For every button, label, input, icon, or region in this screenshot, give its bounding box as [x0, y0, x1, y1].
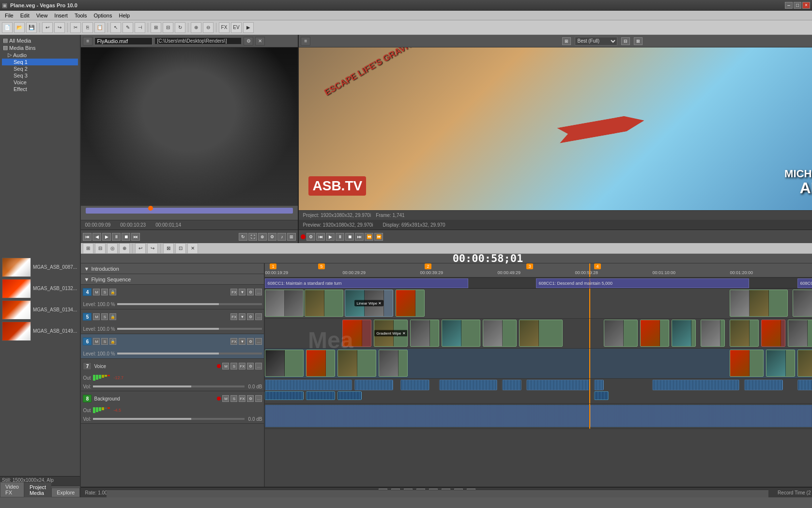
- clip-5-5[interactable]: [483, 320, 517, 347]
- clip-5-7[interactable]: [604, 320, 638, 347]
- tb2-btn1[interactable]: ⊞: [83, 243, 93, 254]
- preview-filename-input[interactable]: [94, 37, 153, 45]
- zoom-out-button[interactable]: ⊖: [203, 22, 214, 33]
- track-5-slider[interactable]: [117, 328, 262, 330]
- select-tool[interactable]: ↖: [110, 22, 121, 33]
- track-8-fx[interactable]: FX: [239, 395, 245, 402]
- track-8-settings[interactable]: ⚙: [247, 395, 254, 402]
- tab-explore[interactable]: Explore: [51, 488, 80, 497]
- tb2-btn7[interactable]: ⊠: [163, 243, 174, 254]
- media-item-1[interactable]: MGAS_ASB_0087...: [2, 258, 78, 277]
- tree-voice[interactable]: Voice: [2, 79, 78, 86]
- track-6-settings[interactable]: ⚙: [247, 338, 254, 345]
- clip-6-5[interactable]: [730, 350, 764, 377]
- audio-7-row2-4[interactable]: [594, 391, 609, 400]
- preview-left-crop[interactable]: ⊞: [287, 233, 296, 241]
- track-8-vol-slider[interactable]: [93, 418, 244, 420]
- tree-all-media[interactable]: ▤ All Media: [2, 37, 78, 44]
- track-4-fx[interactable]: FX: [230, 289, 237, 295]
- clip-5-13[interactable]: [788, 320, 812, 347]
- tree-seq2[interactable]: Seq 2: [2, 65, 78, 72]
- track-5-settings[interactable]: ⚙: [247, 313, 254, 320]
- track-6-slider[interactable]: [117, 353, 262, 354]
- track-4-lock[interactable]: 🔒: [109, 289, 116, 295]
- menu-view[interactable]: View: [33, 12, 51, 19]
- track-7-solo[interactable]: S: [230, 363, 237, 369]
- preview-left-loop[interactable]: ↻: [239, 233, 247, 241]
- group-flying-sequence[interactable]: ▼ Flying Sequence: [81, 274, 264, 285]
- clip-4-1[interactable]: [265, 290, 304, 317]
- minimize-button[interactable]: –: [785, 2, 793, 9]
- audio-7-7[interactable]: [594, 380, 604, 390]
- quality-select[interactable]: Best (Full) Good (Half) Draft (Quarter): [575, 37, 617, 46]
- preview-right-stop[interactable]: ⏹: [345, 233, 354, 241]
- track-6-expand[interactable]: ▼: [239, 338, 245, 345]
- audio-7-row2-1[interactable]: [265, 391, 304, 400]
- preview-right-go-start[interactable]: ⏮: [316, 233, 325, 241]
- preview-left-settings-icon[interactable]: ⚙: [244, 37, 253, 46]
- clip-4-6[interactable]: [793, 290, 812, 317]
- track-6-mute[interactable]: M: [93, 338, 100, 345]
- clip-4-3[interactable]: Linear Wipe ✕: [345, 290, 393, 317]
- loop-button[interactable]: ↻: [175, 22, 185, 33]
- tb2-btn3[interactable]: ◎: [107, 243, 118, 254]
- track-4-expand[interactable]: ▼: [239, 289, 245, 295]
- clip-6-2[interactable]: [306, 350, 335, 377]
- tree-effect[interactable]: Effect: [2, 86, 78, 92]
- track-8-mute[interactable]: M: [222, 395, 229, 402]
- fx-button[interactable]: FX: [219, 22, 230, 33]
- track-8-more[interactable]: …: [255, 395, 262, 402]
- tb2-btn6[interactable]: ↪: [147, 243, 158, 254]
- cut-button[interactable]: ✂: [70, 22, 81, 33]
- tree-audio[interactable]: ▷ Audio: [2, 51, 78, 59]
- audio-7-3[interactable]: [400, 380, 429, 390]
- open-button[interactable]: 📂: [14, 22, 25, 33]
- preview-left-settings[interactable]: ⚙: [268, 233, 276, 241]
- track-4-solo[interactable]: S: [101, 289, 108, 295]
- menu-help[interactable]: Help: [116, 12, 133, 19]
- preview-path-input[interactable]: [154, 37, 242, 45]
- track-4-more[interactable]: …: [255, 289, 262, 295]
- tab-project-media[interactable]: Project Media: [24, 482, 51, 497]
- media-item-4[interactable]: MGAS_ASB_0149...: [2, 322, 78, 341]
- snap-button[interactable]: ⊞: [151, 22, 161, 33]
- tb2-btn8[interactable]: ⊡: [175, 243, 186, 254]
- clip-4-5[interactable]: [730, 290, 788, 317]
- menu-file[interactable]: File: [2, 12, 16, 19]
- track-5-fx[interactable]: FX: [230, 313, 237, 320]
- menu-insert[interactable]: Insert: [51, 12, 71, 19]
- audio-7-1[interactable]: [265, 380, 352, 390]
- track-6-fx[interactable]: FX: [230, 338, 237, 345]
- track-7-more[interactable]: …: [255, 363, 262, 369]
- track-5-lock[interactable]: 🔒: [109, 313, 116, 320]
- track-7-settings[interactable]: ⚙: [247, 363, 254, 369]
- preview-right-prev-frame[interactable]: ⏪: [365, 233, 373, 241]
- audio-7-row2-2[interactable]: [306, 391, 335, 400]
- preview-right-menu-icon[interactable]: ≡: [301, 37, 310, 46]
- preview-left-timeline[interactable]: [81, 205, 298, 220]
- preview-right-options2[interactable]: ⊟: [621, 37, 630, 45]
- preview-left-audio[interactable]: ♪: [277, 233, 286, 241]
- clip-6-6[interactable]: [766, 350, 795, 377]
- audio-7-4[interactable]: [439, 380, 497, 390]
- track-4-mute[interactable]: M: [93, 289, 100, 295]
- preview-left-fullscreen[interactable]: ⛶: [248, 233, 257, 241]
- tree-seq3[interactable]: Seq 3: [2, 72, 78, 79]
- close-button[interactable]: ×: [802, 2, 810, 9]
- new-button[interactable]: 📄: [2, 22, 13, 33]
- clip-5-2[interactable]: Gradient Wipe ✕: [374, 320, 408, 347]
- audio-7-row2-3[interactable]: [337, 391, 362, 400]
- clip-5-10[interactable]: [701, 320, 725, 347]
- group-introduction[interactable]: ▼ Introduction: [81, 263, 264, 274]
- preview-left-play-reverse[interactable]: ◀: [92, 233, 101, 241]
- preview-left-close-icon[interactable]: ✕: [255, 37, 265, 46]
- preview-right-go-end[interactable]: ⏭: [355, 233, 364, 241]
- track-4-settings[interactable]: ⚙: [247, 289, 254, 295]
- track-6-solo[interactable]: S: [101, 338, 108, 345]
- track-8-solo[interactable]: S: [230, 395, 237, 402]
- menu-options[interactable]: Options: [91, 12, 115, 19]
- media-item-2[interactable]: MGAS_ASB_0132...: [2, 279, 78, 298]
- preview-right-play[interactable]: ▶: [326, 233, 335, 241]
- clip-5-8[interactable]: [640, 320, 669, 347]
- audio-7-6[interactable]: [526, 380, 589, 390]
